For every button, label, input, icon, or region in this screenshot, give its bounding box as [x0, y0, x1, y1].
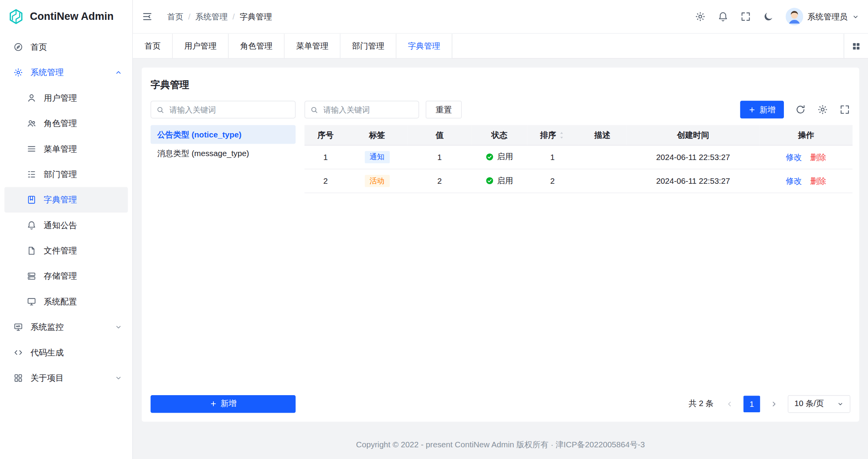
table-row: 1 通知 1 启用	[305, 145, 852, 169]
table-row: 2 活动 2 启用	[305, 169, 852, 193]
breadcrumb-current: 字典管理	[240, 11, 272, 22]
settings-gear-icon[interactable]	[694, 11, 705, 22]
tab-role-management[interactable]: 角色管理	[229, 34, 285, 58]
sidebar-item-storage-management[interactable]: 存储管理	[4, 264, 128, 289]
cell-value: 2	[407, 169, 472, 193]
dict-item-search-input[interactable]	[305, 101, 419, 118]
sidebar-item-code-generation[interactable]: 代码生成	[4, 340, 128, 365]
col-created-at: 创建时间	[627, 125, 759, 145]
sidebar-item-label: 系统监控	[30, 322, 63, 332]
dict-management-card: 字典管理 公告类型 (notice_type)	[142, 67, 859, 421]
plus-icon	[210, 400, 217, 407]
sidebar-item-notice[interactable]: 通知公告	[4, 213, 128, 238]
tab-actions-grid-icon[interactable]	[844, 34, 868, 58]
gear-icon	[13, 67, 23, 77]
sidebar-item-menu-management[interactable]: 菜单管理	[4, 136, 128, 162]
tab-label: 角色管理	[240, 40, 272, 51]
footer: Copyright © 2022 - present ContiNew Admi…	[133, 430, 868, 459]
cell-value: 1	[407, 145, 472, 169]
code-icon	[13, 348, 23, 358]
delete-link[interactable]: 删除	[810, 153, 826, 162]
menu-fold-icon[interactable]	[142, 11, 153, 22]
tab-label: 首页	[144, 40, 160, 51]
tab-menu-management[interactable]: 菜单管理	[285, 34, 341, 58]
tab-label: 字典管理	[408, 40, 440, 51]
cell-index: 1	[305, 145, 347, 169]
fullscreen-icon[interactable]	[740, 11, 751, 22]
logo[interactable]: ContiNew Admin	[0, 0, 132, 33]
breadcrumb-system[interactable]: 系统管理	[195, 11, 227, 22]
edit-link[interactable]: 修改	[786, 176, 802, 185]
tab-dict-management[interactable]: 字典管理	[396, 34, 452, 58]
delete-link[interactable]: 删除	[810, 176, 826, 185]
sidebar-item-label: 字典管理	[44, 195, 77, 205]
col-actions: 操作	[759, 125, 852, 145]
apps-grid-icon	[13, 373, 23, 383]
plus-icon	[748, 106, 755, 113]
reset-button[interactable]: 重置	[426, 101, 461, 118]
user-name: 系统管理员	[807, 11, 847, 22]
sidebar-item-system-monitor[interactable]: 系统监控	[4, 314, 128, 339]
status-label: 启用	[497, 152, 513, 162]
refresh-icon[interactable]	[795, 104, 806, 115]
breadcrumb-home[interactable]: 首页	[167, 11, 183, 22]
add-dict-item-button[interactable]: 新增	[740, 101, 784, 118]
pagination-page-1[interactable]: 1	[743, 396, 760, 412]
col-tag: 标签	[347, 125, 407, 145]
monitor-icon	[13, 322, 23, 332]
sidebar-item-home[interactable]: 首页	[4, 34, 128, 60]
status-badge: 启用	[486, 176, 513, 186]
dict-type-item-notice[interactable]: 公告类型 (notice_type)	[151, 125, 296, 144]
sidebar-item-label: 部门管理	[44, 169, 77, 179]
sidebar-item-label: 通知公告	[44, 220, 77, 230]
cell-description	[578, 169, 627, 193]
storage-icon	[26, 271, 37, 281]
tab-home[interactable]: 首页	[133, 34, 173, 58]
col-index: 序号	[305, 125, 347, 145]
user-menu[interactable]: 系统管理员	[785, 8, 859, 25]
sidebar-item-label: 文件管理	[44, 245, 77, 256]
col-value: 值	[407, 125, 472, 145]
tab-user-management[interactable]: 用户管理	[173, 34, 229, 58]
tab-department-management[interactable]: 部门管理	[340, 34, 396, 58]
sidebar-item-about-project[interactable]: 关于项目	[4, 365, 128, 390]
sidebar-item-label: 代码生成	[30, 347, 63, 358]
sort-carets-icon[interactable]	[558, 131, 565, 139]
sidebar-item-department-management[interactable]: 部门管理	[4, 162, 128, 187]
pagination-next-icon[interactable]	[767, 397, 781, 411]
sidebar-item-dict-management[interactable]: 字典管理	[4, 187, 128, 213]
sidebar-item-label: 菜单管理	[44, 144, 77, 154]
sidebar-item-label: 首页	[30, 42, 47, 52]
dict-type-item-message[interactable]: 消息类型 (message_type)	[151, 144, 296, 163]
table-fullscreen-icon[interactable]	[839, 104, 850, 115]
status-badge: 启用	[486, 152, 513, 162]
chevron-down-icon	[852, 13, 859, 20]
logo-icon	[8, 8, 25, 25]
user-icon	[26, 93, 37, 103]
tab-bar: 首页 用户管理 角色管理 菜单管理 部门管理 字典管理	[133, 34, 868, 59]
status-label: 启用	[497, 176, 513, 186]
sidebar-menu: 首页 系统管理 用户管理 角色	[0, 33, 132, 459]
bell-icon	[26, 220, 37, 230]
dict-type-search-input[interactable]	[151, 101, 296, 118]
dark-mode-moon-icon[interactable]	[762, 11, 773, 22]
breadcrumb: 首页 / 系统管理 / 字典管理	[167, 11, 272, 22]
list-icon	[26, 144, 37, 154]
notification-bell-icon[interactable]	[717, 11, 728, 22]
page-size-select[interactable]: 10 条/页	[788, 395, 850, 412]
tree-list-icon	[26, 169, 37, 179]
add-dict-type-button[interactable]: 新增	[151, 395, 296, 412]
sidebar-item-system-management[interactable]: 系统管理	[4, 60, 128, 85]
edit-link[interactable]: 修改	[786, 153, 802, 162]
sidebar-item-file-management[interactable]: 文件管理	[4, 238, 128, 263]
sidebar-item-user-management[interactable]: 用户管理	[4, 85, 128, 111]
column-settings-gear-icon[interactable]	[817, 104, 828, 115]
breadcrumb-separator: /	[188, 12, 190, 21]
pagination-total: 共 2 条	[688, 399, 713, 409]
cell-index: 2	[305, 169, 347, 193]
sidebar-item-role-management[interactable]: 角色管理	[4, 111, 128, 136]
dict-type-panel: 公告类型 (notice_type) 消息类型 (message_type) 新…	[151, 101, 296, 413]
sidebar-item-system-config[interactable]: 系统配置	[4, 289, 128, 314]
pagination-prev-icon[interactable]	[722, 397, 737, 411]
col-sort[interactable]: 排序	[527, 125, 578, 145]
